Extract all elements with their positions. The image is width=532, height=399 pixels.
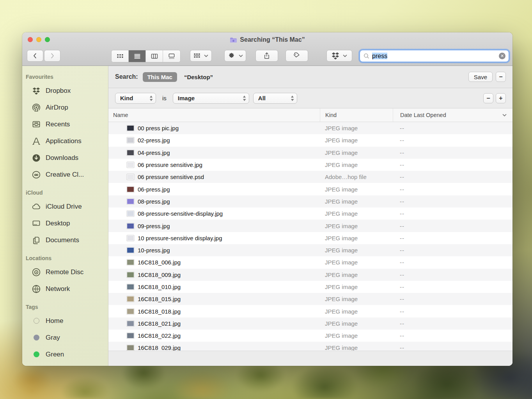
file-kind: JPEG image — [320, 137, 393, 144]
file-thumbnail-icon — [127, 137, 134, 143]
titlebar[interactable]: Searching “This Mac” — [22, 32, 512, 47]
sidebar-item-label: Creative Cl... — [46, 171, 84, 179]
search-scope-bar: Search: This Mac “Desktop” Save − — [108, 66, 512, 88]
column-header-kind[interactable]: Kind — [320, 108, 393, 122]
table-row[interactable]: 06-press.jpg JPEG image -- — [108, 183, 512, 195]
search-icon — [363, 53, 370, 59]
filter-scope-select[interactable]: All — [253, 93, 297, 104]
table-row[interactable]: 06 pressure sensitive.jpg JPEG image -- — [108, 159, 512, 171]
sidebar-item-airdrop[interactable]: AirDrop — [22, 99, 108, 116]
column-view-button[interactable] — [146, 50, 163, 62]
file-list: 00 press pic.jpg JPEG image -- 02-press.… — [108, 122, 512, 351]
icon-view-button[interactable] — [112, 50, 129, 62]
file-kind: JPEG image — [320, 296, 393, 302]
back-button[interactable] — [27, 50, 43, 62]
table-row[interactable]: 10 pressure-sensitive display.jpg JPEG i… — [108, 232, 512, 244]
file-name-cell: 16C818_021.jpg — [113, 320, 320, 327]
sidebar-item-label: Gray — [46, 334, 60, 342]
tag-button[interactable] — [286, 50, 308, 62]
file-kind: JPEG image — [320, 198, 393, 205]
sidebar-item-dropbox[interactable]: Dropbox — [22, 82, 108, 99]
dropbox-menu-button[interactable] — [326, 50, 352, 62]
file-kind: JPEG image — [320, 247, 393, 254]
table-row[interactable]: 02-press.jpg JPEG image -- — [108, 134, 512, 146]
table-row[interactable]: 16C818_022.jpg JPEG image -- — [108, 330, 512, 342]
file-date-last-opened: -- — [393, 210, 512, 217]
file-name: 06 pressure sensitive.jpg — [138, 161, 202, 168]
group-by-button[interactable] — [190, 50, 212, 62]
file-kind: JPEG image — [320, 149, 393, 156]
search-label: Search: — [115, 73, 138, 80]
chevron-down-icon[interactable] — [502, 113, 507, 117]
sidebar-item-gray[interactable]: Gray — [22, 329, 108, 346]
column-header-name[interactable]: Name — [113, 108, 320, 122]
file-kind: Adobe…hop file — [320, 174, 393, 180]
file-name: 09-press.jpg — [138, 223, 170, 229]
file-name-cell: 02-press.jpg — [113, 137, 320, 144]
file-thumbnail-icon — [127, 199, 134, 204]
filter-operator-label: is — [162, 95, 167, 101]
sidebar-item-label: Downloads — [46, 154, 78, 162]
remove-search-button[interactable]: − — [496, 72, 506, 82]
filter-value-select[interactable]: Image — [173, 93, 249, 104]
table-row[interactable]: 16C818_006.jpg JPEG image -- — [108, 256, 512, 268]
table-row[interactable]: 16C818_015.jpg JPEG image -- — [108, 293, 512, 305]
sidebar-section-title: iCloud — [22, 187, 108, 198]
file-name: 08-pressure-sensitive-display.jpg — [138, 210, 223, 217]
table-row[interactable]: 08-pressure-sensitive-display.jpg JPEG i… — [108, 207, 512, 220]
file-name: 16C818_022.jpg — [138, 332, 181, 339]
window-title: Searching “This Mac” — [240, 36, 305, 43]
table-row[interactable]: 16C818_009.jpg JPEG image -- — [108, 269, 512, 281]
file-name-cell: 16C818_010.jpg — [113, 284, 320, 290]
list-view-button[interactable] — [129, 50, 146, 62]
file-name: 16C818_010.jpg — [138, 284, 181, 290]
table-row[interactable]: 10-press.jpg JPEG image -- — [108, 244, 512, 256]
table-row[interactable]: 04-press.jpg JPEG image -- — [108, 147, 512, 159]
table-row[interactable]: 16C818_021.jpg JPEG image -- — [108, 317, 512, 330]
file-kind: JPEG image — [320, 332, 393, 339]
sidebar-item-recents[interactable]: Recents — [22, 116, 108, 133]
table-row[interactable]: 08-press.jpg JPEG image -- — [108, 195, 512, 207]
file-thumbnail-icon — [127, 321, 134, 326]
table-row[interactable]: 09-press.jpg JPEG image -- — [108, 220, 512, 232]
sidebar-item-remote-disc[interactable]: Remote Disc — [22, 264, 108, 280]
share-button[interactable] — [255, 50, 278, 62]
save-search-button[interactable]: Save — [468, 72, 493, 82]
file-name: 06 pressure sensitive.psd — [138, 174, 204, 180]
remove-rule-button[interactable]: − — [483, 93, 493, 103]
scope-this-mac[interactable]: This Mac — [143, 72, 177, 82]
sidebar-section-title: Locations — [22, 253, 108, 264]
chevron-down-icon — [204, 54, 209, 57]
dropbox-icon — [31, 86, 41, 96]
file-kind: JPEG image — [320, 235, 393, 241]
scope-desktop[interactable]: “Desktop” — [182, 72, 218, 82]
sidebar-item-applications[interactable]: Applications — [22, 133, 108, 149]
gallery-view-button[interactable] — [163, 50, 180, 62]
table-row[interactable]: 06 pressure sensitive.psd Adobe…hop file… — [108, 171, 512, 183]
sidebar-item-home[interactable]: Home — [22, 312, 108, 329]
sidebar-item-desktop[interactable]: Desktop — [22, 215, 108, 232]
sidebar-item-documents[interactable]: Documents — [22, 232, 108, 248]
file-kind: JPEG image — [320, 284, 393, 290]
sidebar-item-green[interactable]: Green — [22, 346, 108, 363]
search-input[interactable]: press ✕ — [360, 50, 509, 62]
table-row[interactable]: 16C818_029.jpg JPEG image -- — [108, 342, 512, 351]
sidebar-item-network[interactable]: Network — [22, 280, 108, 297]
forward-button[interactable] — [44, 50, 60, 62]
toolbar: press ✕ — [22, 47, 512, 66]
file-date-last-opened: -- — [393, 186, 512, 193]
table-row[interactable]: 16C818_010.jpg JPEG image -- — [108, 281, 512, 293]
stepper-icon — [239, 96, 246, 101]
sidebar-item-icloud-drive[interactable]: iCloud Drive — [22, 198, 108, 215]
action-menu-button[interactable] — [224, 50, 246, 62]
file-name: 08-press.jpg — [138, 198, 170, 205]
documents-icon — [31, 235, 41, 245]
sidebar-item-creative-cl[interactable]: Creative Cl... — [22, 166, 108, 183]
clear-search-button[interactable]: ✕ — [499, 53, 505, 59]
column-header-date[interactable]: Date Last Opened — [393, 108, 512, 122]
filter-attribute-select[interactable]: Kind — [115, 93, 156, 104]
table-row[interactable]: 00 press pic.jpg JPEG image -- — [108, 122, 512, 134]
table-row[interactable]: 16C818_018.jpg JPEG image -- — [108, 305, 512, 317]
add-rule-button[interactable]: + — [496, 93, 506, 103]
sidebar-item-downloads[interactable]: Downloads — [22, 149, 108, 166]
